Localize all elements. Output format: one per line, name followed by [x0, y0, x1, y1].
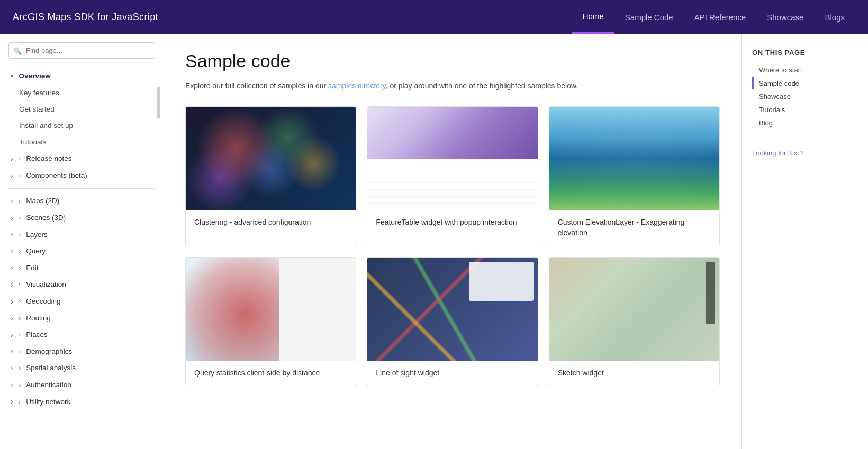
right-panel-link-where-to-start[interactable]: Where to start: [752, 64, 857, 76]
page-title: Sample code: [185, 51, 720, 71]
sidebar-item-release-notes[interactable]: ›Release notes: [0, 151, 164, 168]
sidebar-item-maps-2d[interactable]: ›Maps (2D): [0, 193, 164, 210]
header: ArcGIS Maps SDK for JavaScript HomeSampl…: [0, 0, 868, 34]
nav-sample-code[interactable]: Sample Code: [614, 0, 684, 34]
sample-card-img-sketch: [549, 258, 719, 361]
sample-card-label-sketch: Sketch widget: [549, 361, 719, 386]
sidebar: 🔍 OverviewKey featuresGet startedInstall…: [0, 34, 164, 449]
sidebar-item-query[interactable]: ›Query: [0, 243, 164, 260]
search-icon: 🔍: [13, 47, 22, 54]
right-panel-link-tutorials[interactable]: Tutorials: [752, 104, 857, 116]
sample-card-img-featuretable: [367, 107, 537, 210]
sidebar-item-visualization[interactable]: ›Visualization: [0, 277, 164, 294]
sidebar-item-demographics[interactable]: ›Demographics: [0, 343, 164, 360]
desc-start: Explore our full collection of samples i…: [185, 81, 328, 90]
looking-for-3x-link[interactable]: Looking for 3.x ?: [752, 149, 803, 157]
sidebar-item-tutorials[interactable]: Tutorials: [0, 134, 164, 151]
sample-card-line-of-sight[interactable]: Line of sight widget: [367, 257, 538, 387]
sample-card-sketch[interactable]: Sketch widget: [549, 257, 720, 387]
sidebar-item-geocoding[interactable]: ›Geocoding: [0, 294, 164, 310]
sidebar-item-get-started[interactable]: Get started: [0, 102, 164, 118]
sidebar-item-spatial-analysis[interactable]: ›Spatial analysis: [0, 360, 164, 377]
search-input[interactable]: [8, 42, 155, 59]
sidebar-item-utility-network[interactable]: ›Utility network: [0, 393, 164, 410]
nav-blogs[interactable]: Blogs: [814, 0, 855, 34]
sidebar-item-overview[interactable]: Overview: [0, 67, 164, 85]
sidebar-item-authentication[interactable]: ›Authentication: [0, 377, 164, 394]
right-panel: On this page Where to startSample codeSh…: [741, 34, 868, 449]
sidebar-item-edit[interactable]: ›Edit: [0, 260, 164, 277]
sample-card-label-query-stats: Query statistics client-side by distance: [186, 361, 356, 386]
sidebar-item-install-set-up[interactable]: Install and set up: [0, 118, 164, 134]
sidebar-item-places[interactable]: ›Places: [0, 327, 164, 344]
sample-card-label-featuretable: FeatureTable widget with popup interacti…: [367, 210, 537, 235]
sample-card-img-elevation: [549, 107, 719, 210]
main-nav: HomeSample CodeAPI ReferenceShowcaseBlog…: [572, 0, 855, 34]
sample-card-label-line-of-sight: Line of sight widget: [367, 361, 537, 386]
sidebar-item-routing[interactable]: ›Routing: [0, 310, 164, 327]
samples-directory-link[interactable]: samples directory: [328, 81, 386, 90]
sample-card-featuretable[interactable]: FeatureTable widget with popup interacti…: [367, 106, 538, 246]
right-panel-divider: [752, 139, 857, 139]
sidebar-item-layers[interactable]: ›Layers: [0, 226, 164, 243]
scroll-indicator: [157, 87, 160, 118]
nav-home[interactable]: Home: [572, 0, 614, 34]
sample-card-query-stats[interactable]: Query statistics client-side by distance: [185, 257, 356, 387]
right-panel-heading: On this page: [752, 49, 857, 57]
sample-card-label-elevation: Custom ElevationLayer - Exaggerating ele…: [549, 210, 719, 245]
right-panel-links: Where to startSample codeShowcaseTutoria…: [752, 64, 857, 129]
sample-card-label-clustering: Clustering - advanced configuration: [186, 210, 356, 235]
page-description: Explore our full collection of samples i…: [185, 80, 720, 91]
right-panel-link-sample-code[interactable]: Sample code: [752, 77, 857, 89]
sample-grid: Clustering - advanced configurationFeatu…: [185, 106, 720, 386]
sidebar-item-components-beta[interactable]: ›Components (beta): [0, 168, 164, 185]
sample-card-img-line-of-sight: [367, 258, 537, 361]
right-panel-link-showcase[interactable]: Showcase: [752, 90, 857, 103]
sample-card-img-clustering: [186, 107, 356, 210]
sidebar-items: OverviewKey featuresGet startedInstall a…: [0, 67, 164, 410]
sample-card-elevation[interactable]: Custom ElevationLayer - Exaggerating ele…: [549, 106, 720, 246]
sidebar-divider: [8, 188, 155, 189]
nav-api-reference[interactable]: API Reference: [684, 0, 757, 34]
sidebar-item-scenes-3d[interactable]: ›Scenes (3D): [0, 210, 164, 227]
main-content: Sample code Explore our full collection …: [164, 34, 741, 449]
desc-end: , or play around with one of the highlig…: [386, 81, 578, 90]
sample-card-clustering[interactable]: Clustering - advanced configuration: [185, 106, 356, 246]
page-layout: 🔍 OverviewKey featuresGet startedInstall…: [0, 34, 868, 449]
sidebar-item-key-features[interactable]: Key features: [0, 85, 164, 102]
nav-showcase[interactable]: Showcase: [756, 0, 814, 34]
site-logo: ArcGIS Maps SDK for JavaScript: [13, 12, 158, 23]
right-panel-link-blog[interactable]: Blog: [752, 117, 857, 129]
sample-card-img-query-stats: [186, 258, 356, 361]
search-container: 🔍: [8, 42, 155, 59]
